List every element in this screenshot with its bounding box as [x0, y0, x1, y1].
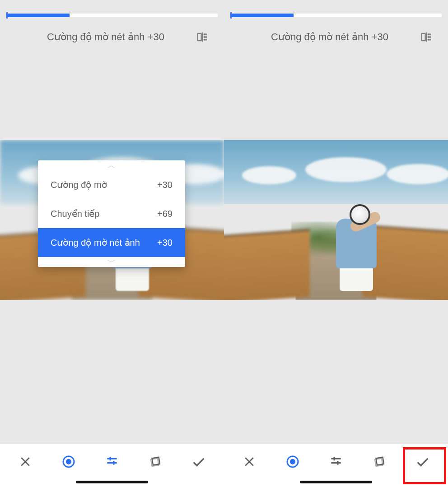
- adjust-sliders-button[interactable]: [322, 448, 350, 475]
- close-button[interactable]: [12, 448, 39, 475]
- svg-point-5: [205, 37, 206, 37]
- adjust-sliders-button[interactable]: [98, 448, 126, 475]
- svg-point-4: [204, 37, 205, 37]
- svg-point-18: [428, 34, 429, 35]
- menu-item-blur-strength[interactable]: Cường độ mờ +30: [38, 170, 185, 199]
- menu-item-value: +30: [157, 180, 173, 190]
- menu-item-label: Chuyển tiếp: [51, 208, 100, 219]
- menu-item-label: Cường độ mờ: [51, 179, 107, 190]
- adjustment-menu: ︿ Cường độ mờ +30 Chuyển tiếp +69 Cường …: [38, 160, 185, 267]
- svg-point-27: [290, 459, 294, 464]
- svg-point-11: [66, 459, 70, 464]
- focus-mode-button[interactable]: [55, 448, 82, 475]
- confirm-button[interactable]: [185, 448, 212, 475]
- menu-item-vignette-blur[interactable]: Cường độ mờ nét ảnh +30: [38, 228, 185, 257]
- shape-button[interactable]: [366, 448, 393, 475]
- svg-point-3: [205, 34, 206, 35]
- bottom-toolbar: [224, 444, 448, 487]
- svg-rect-0: [198, 33, 201, 41]
- editor-panel-left: Cường độ mờ nét ảnh +30: [0, 0, 224, 487]
- intensity-slider[interactable]: [6, 14, 218, 17]
- shape-button[interactable]: [142, 448, 169, 475]
- bottom-toolbar: [0, 444, 224, 487]
- menu-item-transition[interactable]: Chuyển tiếp +69: [38, 199, 185, 228]
- svg-point-20: [428, 37, 429, 37]
- home-indicator: [300, 481, 372, 483]
- svg-point-21: [429, 37, 430, 37]
- chevron-down-icon[interactable]: ﹀: [38, 257, 185, 267]
- adjustment-title: Cường độ mờ nét ảnh +30: [239, 31, 420, 43]
- svg-point-22: [428, 39, 429, 40]
- compare-icon[interactable]: [420, 31, 433, 43]
- svg-rect-16: [422, 33, 425, 41]
- adjustment-title: Cường độ mờ nét ảnh +30: [15, 31, 196, 43]
- top-bar: Cường độ mờ nét ảnh +30: [224, 0, 448, 43]
- svg-point-7: [205, 39, 206, 40]
- confirm-button[interactable]: [409, 448, 436, 475]
- compare-icon[interactable]: [196, 31, 209, 43]
- svg-point-19: [429, 34, 430, 35]
- menu-item-value: +30: [157, 238, 173, 248]
- intensity-slider[interactable]: [230, 14, 442, 17]
- svg-point-6: [204, 39, 205, 40]
- top-bar: Cường độ mờ nét ảnh +30: [0, 0, 224, 43]
- photo-preview[interactable]: [224, 140, 448, 300]
- close-button[interactable]: [236, 448, 263, 475]
- menu-item-value: +69: [157, 209, 173, 219]
- svg-point-2: [204, 34, 205, 35]
- home-indicator: [76, 481, 148, 483]
- chevron-up-icon[interactable]: ︿: [38, 160, 185, 170]
- svg-point-23: [429, 39, 430, 40]
- editor-panel-right: Cường độ mờ nét ảnh +30: [224, 0, 448, 487]
- focus-mode-button[interactable]: [279, 448, 306, 475]
- menu-item-label: Cường độ mờ nét ảnh: [51, 237, 140, 248]
